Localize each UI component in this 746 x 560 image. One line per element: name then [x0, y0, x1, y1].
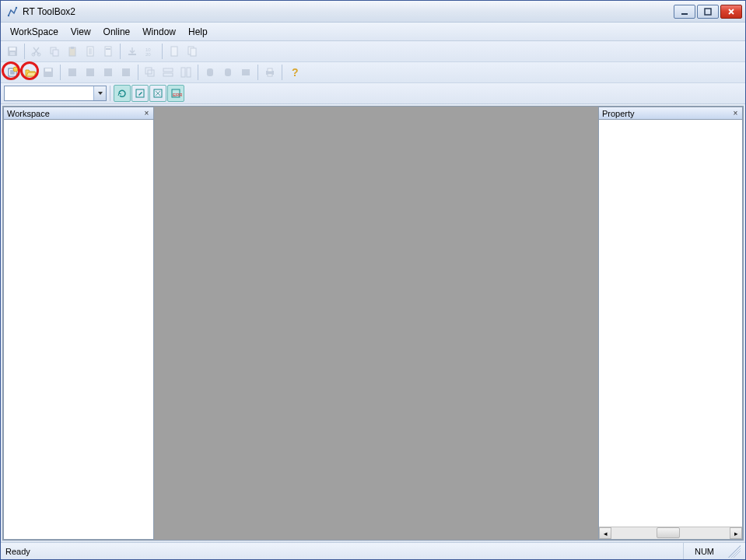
binary-icon: 1020 — [142, 43, 159, 60]
svg-point-23 — [13, 67, 18, 72]
paste-icon — [64, 43, 81, 60]
shape1-icon — [201, 64, 219, 81]
print-icon — [261, 64, 278, 81]
tile-v-icon — [177, 64, 194, 81]
separator — [257, 65, 258, 80]
save-icon — [4, 43, 21, 60]
svg-rect-2 — [681, 13, 688, 15]
property-panel-close-icon[interactable]: × — [730, 108, 741, 118]
svg-rect-20 — [188, 47, 194, 54]
svg-point-7 — [32, 53, 35, 56]
svg-rect-40 — [268, 68, 272, 72]
toolbar-row-3: ERR — [1, 83, 745, 104]
separator — [162, 44, 163, 59]
svg-text:?: ? — [292, 66, 299, 79]
svg-rect-37 — [225, 68, 231, 76]
workspace-panel-header: Workspace × — [4, 107, 153, 120]
close-button[interactable] — [720, 5, 742, 19]
svg-text:20: 20 — [145, 52, 151, 57]
svg-rect-16 — [128, 54, 136, 55]
separator — [60, 65, 61, 80]
window-title: RT ToolBox2 — [23, 6, 75, 17]
svg-rect-13 — [87, 47, 93, 56]
property-panel-title: Property — [602, 109, 635, 118]
title-bar: RT ToolBox2 — [1, 1, 745, 23]
svg-rect-45 — [172, 89, 180, 97]
help-icon[interactable]: ? — [285, 64, 303, 81]
svg-rect-36 — [207, 68, 213, 76]
property-body[interactable] — [599, 120, 742, 527]
svg-rect-33 — [163, 73, 173, 76]
scroll-track[interactable] — [611, 527, 730, 539]
status-bar: Ready NUM — [1, 542, 745, 559]
svg-rect-10 — [53, 50, 58, 56]
maximize-button[interactable] — [697, 5, 719, 19]
svg-rect-29 — [122, 68, 130, 76]
svg-rect-43 — [136, 89, 144, 97]
svg-rect-28 — [104, 68, 112, 76]
monitor-edit-icon[interactable] — [131, 85, 149, 102]
workspace-panel: Workspace × — [3, 107, 154, 540]
resize-grip-icon[interactable] — [728, 545, 741, 558]
svg-rect-30 — [145, 68, 152, 74]
status-num: NUM — [683, 543, 725, 559]
block2-icon — [82, 64, 99, 81]
scroll-left-icon[interactable]: ◂ — [599, 527, 611, 539]
shape3-icon — [237, 64, 254, 81]
window-controls — [674, 5, 744, 19]
new-workspace-icon[interactable] — [4, 64, 21, 81]
svg-text:10: 10 — [145, 47, 151, 52]
chevron-down-icon[interactable] — [93, 86, 106, 100]
property-panel-header: Property × — [599, 107, 742, 120]
svg-rect-5 — [9, 47, 16, 51]
minimize-button[interactable] — [674, 5, 695, 19]
svg-rect-15 — [106, 48, 110, 50]
svg-rect-38 — [242, 69, 250, 75]
svg-rect-35 — [187, 68, 191, 77]
svg-rect-4 — [8, 47, 17, 56]
svg-rect-6 — [10, 52, 15, 55]
svg-rect-11 — [69, 47, 75, 56]
block1-icon — [64, 64, 81, 81]
workspace-panel-close-icon[interactable]: × — [142, 108, 152, 118]
scroll-thumb[interactable] — [657, 527, 680, 538]
tile-h-icon — [159, 64, 177, 81]
svg-rect-32 — [163, 68, 173, 72]
svg-rect-27 — [86, 68, 94, 76]
svg-rect-22 — [9, 68, 16, 76]
svg-point-0 — [8, 14, 9, 16]
separator — [198, 65, 198, 80]
copy-icon — [46, 43, 63, 60]
cascade-icon — [142, 64, 159, 81]
svg-rect-3 — [705, 9, 711, 15]
toolbar-row-1: 1020 — [1, 41, 745, 62]
monitor-error-icon[interactable]: ERR — [167, 85, 184, 102]
svg-rect-34 — [181, 68, 185, 77]
open-workspace-icon[interactable] — [22, 64, 39, 81]
save-workspace-icon — [40, 64, 57, 81]
monitor-clear-icon[interactable] — [149, 85, 166, 102]
property-hscroll[interactable]: ◂ ▸ — [599, 527, 742, 539]
block4-icon — [117, 64, 135, 81]
separator — [120, 44, 121, 59]
client-area: Workspace × Property × ◂ ▸ — [2, 106, 744, 541]
shape2-icon — [219, 64, 236, 81]
menu-window[interactable]: Window — [136, 24, 182, 40]
document-icon — [82, 43, 99, 60]
svg-rect-31 — [148, 70, 154, 76]
svg-point-1 — [16, 6, 17, 8]
menu-workspace[interactable]: WorkSpace — [4, 24, 65, 40]
menu-view[interactable]: View — [65, 24, 97, 40]
monitor-refresh-icon[interactable] — [114, 85, 131, 102]
menu-online[interactable]: Online — [97, 24, 137, 40]
menu-help[interactable]: Help — [182, 24, 214, 40]
status-ready: Ready — [5, 547, 30, 556]
download-icon — [124, 43, 141, 60]
document2-icon — [100, 43, 117, 60]
scroll-right-icon[interactable]: ▸ — [730, 527, 742, 539]
svg-text:ERR: ERR — [173, 93, 182, 97]
combo-selector[interactable] — [4, 86, 107, 101]
workspace-tree[interactable] — [4, 120, 153, 539]
separator — [282, 65, 282, 80]
svg-rect-24 — [44, 68, 53, 77]
